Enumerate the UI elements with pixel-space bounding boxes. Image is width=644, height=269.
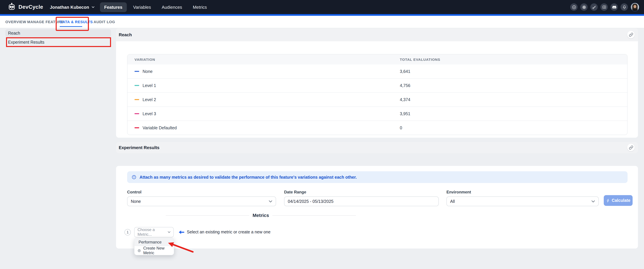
variation-color-dash — [134, 71, 139, 72]
metric-row: 1 Choose a Metric... Select an existing … — [124, 227, 270, 237]
page-content: Reach Experiment Results Reach VARIATION… — [0, 28, 644, 269]
variation-label: Variable Defaulted — [142, 125, 177, 130]
link-icon — [629, 33, 633, 37]
experiment-results-section-header: Experiment Results — [116, 142, 638, 153]
tab-audit-log[interactable]: AUDIT LOG — [94, 16, 115, 28]
user-menu-label: Jonathan Kubecon — [50, 5, 89, 10]
table-row[interactable]: Variable Defaulted 0 — [128, 121, 627, 135]
table-header-row: VARIATION TOTAL EVALUATIONS — [128, 54, 627, 65]
sidebar-item-experiment-results[interactable]: Experiment Results — [5, 38, 111, 47]
experiment-results-card: Attach as many metrics as desired to val… — [116, 166, 638, 248]
copy-link-button[interactable] — [627, 31, 634, 38]
sidebar-item-label: Reach — [8, 31, 20, 36]
variation-color-dash — [134, 113, 139, 114]
top-actions — [570, 3, 639, 12]
metric-number-badge: 1 — [124, 229, 131, 235]
user-avatar[interactable] — [630, 3, 639, 12]
bell-icon — [622, 5, 626, 9]
discord-button[interactable] — [610, 3, 618, 11]
variation-color-dash — [134, 99, 139, 100]
evaluations-value: 4,756 — [393, 83, 627, 88]
nav-item-audiences[interactable]: Audiences — [157, 2, 186, 12]
variation-label: None — [142, 69, 152, 74]
book-icon — [602, 5, 606, 9]
plus-circle-icon — [138, 249, 141, 252]
menu-item-performance[interactable]: Performance — [134, 238, 174, 246]
menu-item-label: Create New Metric — [143, 246, 174, 255]
metric-dropdown-menu: Performance Create New Metric — [134, 238, 174, 255]
evaluations-value: 3,641 — [393, 69, 627, 74]
date-range-input[interactable]: 04/14/2025 - 05/13/2025 — [284, 196, 439, 206]
control-select[interactable]: None — [127, 196, 276, 206]
control-label: Control — [127, 190, 142, 194]
gear-icon — [582, 5, 586, 9]
experiment-results-title: Experiment Results — [119, 145, 160, 150]
progress-bar — [0, 14, 644, 16]
org-user-menu[interactable]: Jonathan Kubecon — [50, 5, 94, 10]
evaluations-value: 3,951 — [393, 111, 627, 116]
sidebar-item-reach[interactable]: Reach — [5, 29, 111, 37]
choose-metric-dropdown[interactable]: Choose a Metric... — [134, 227, 174, 237]
choose-metric-placeholder: Choose a Metric... — [138, 227, 168, 237]
environment-select[interactable]: All — [446, 196, 599, 206]
reach-section-body: VARIATION TOTAL EVALUATIONS None 3,641 L… — [116, 41, 638, 138]
top-nav: DevCycle Jonathan Kubecon Features Varia… — [0, 0, 644, 14]
info-banner-text: Attach as many metrics as desired to val… — [140, 175, 357, 179]
info-icon — [132, 175, 136, 180]
variation-label: Level 3 — [142, 111, 156, 116]
notifications-button[interactable] — [620, 3, 628, 11]
menu-item-create-new-metric[interactable]: Create New Metric — [134, 246, 174, 255]
feature-tabs: OVERVIEW MANAGE FEATURE DATA & RESULTS A… — [0, 16, 644, 28]
sidebar-item-label: Experiment Results — [8, 40, 44, 45]
table-row[interactable]: Level 1 4,756 — [128, 78, 627, 92]
api-keys-button[interactable] — [590, 3, 598, 11]
evaluations-value: 0 — [393, 125, 627, 130]
settings-button[interactable] — [580, 3, 588, 11]
link-icon — [629, 145, 633, 150]
chevron-down-icon — [591, 200, 595, 202]
copy-link-button[interactable] — [627, 144, 634, 151]
control-select-value: None — [131, 199, 141, 204]
table-row[interactable]: None 3,641 — [128, 65, 627, 78]
plus-circle-icon — [572, 5, 576, 9]
reach-title: Reach — [119, 32, 132, 37]
info-banner: Attach as many metrics as desired to val… — [127, 171, 628, 183]
active-tab-indicator — [60, 26, 82, 27]
metric-helper-text: Select an existing metric or create a ne… — [187, 230, 270, 234]
menu-item-label: Performance — [138, 240, 162, 244]
variation-label: Level 1 — [142, 83, 156, 88]
calculate-label: Calculate — [612, 198, 630, 203]
column-header-total-evaluations: TOTAL EVALUATIONS — [393, 57, 627, 62]
devcycle-logo[interactable]: DevCycle — [8, 3, 43, 12]
nav-item-features[interactable]: Features — [100, 2, 126, 12]
tab-manage-feature[interactable]: MANAGE FEATURE — [27, 16, 64, 28]
variation-label: Level 2 — [142, 97, 156, 102]
nav-item-metrics[interactable]: Metrics — [188, 2, 211, 12]
metrics-divider: Metrics — [166, 212, 356, 219]
variation-color-dash — [134, 85, 139, 86]
table-row[interactable]: Level 3 3,951 — [128, 106, 627, 121]
variation-color-dash — [134, 127, 139, 128]
reach-section-header: Reach — [116, 28, 638, 41]
evaluations-value: 4,374 — [393, 97, 627, 102]
date-range-value: 04/14/2025 - 05/13/2025 — [288, 199, 334, 204]
docs-button[interactable] — [600, 3, 608, 11]
variations-table: VARIATION TOTAL EVALUATIONS None 3,641 L… — [127, 54, 628, 135]
tab-overview[interactable]: OVERVIEW — [5, 16, 26, 28]
environment-label: Environment — [446, 190, 471, 194]
add-button[interactable] — [570, 3, 578, 11]
key-icon — [592, 5, 596, 9]
brand-name: DevCycle — [18, 4, 43, 10]
left-arrow-icon — [178, 230, 184, 234]
calculate-button[interactable]: Calculate — [604, 195, 632, 206]
nav-item-variables[interactable]: Variables — [129, 2, 155, 12]
metrics-heading: Metrics — [252, 213, 269, 218]
table-row[interactable]: Level 2 4,374 — [128, 92, 627, 106]
date-range-label: Date Range — [284, 190, 306, 194]
column-header-variation: VARIATION — [128, 57, 393, 62]
discord-icon — [612, 5, 616, 9]
chevron-down-icon — [269, 200, 272, 202]
environment-select-value: All — [450, 199, 455, 204]
avatar-photo — [631, 3, 639, 11]
lightning-bolt-icon — [606, 198, 610, 203]
